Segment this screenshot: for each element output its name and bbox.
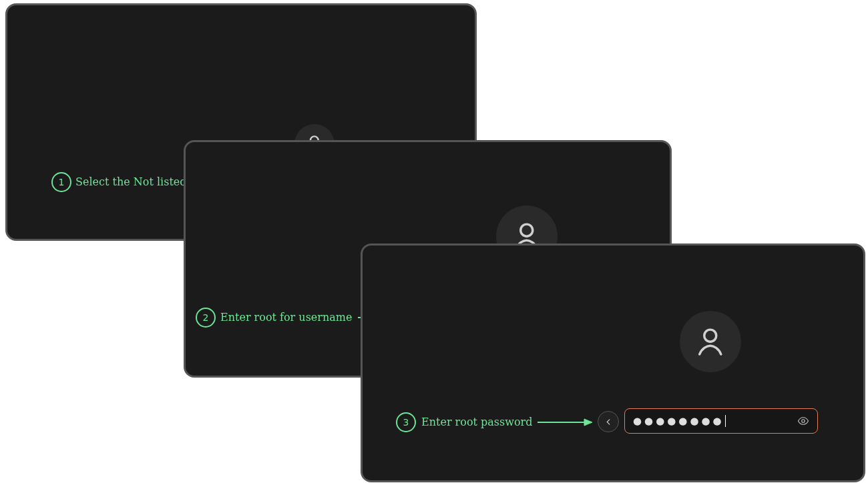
annotation-text-3: Enter root password [421,416,532,428]
login-panel-password: ●●●●●●●● 3 Enter root password [361,244,865,482]
annotation-text-2: Enter root for username [220,311,352,324]
svg-marker-9 [584,419,592,426]
reveal-password-icon[interactable] [797,415,809,427]
annotation-badge-2: 2 [196,308,216,328]
avatar [680,311,741,372]
text-caret [725,415,726,427]
annotation-arrow-3 [537,418,593,427]
svg-point-7 [802,420,805,423]
svg-point-3 [521,224,533,236]
annotation-badge-1: 1 [51,172,71,192]
annotation-badge-3: 3 [396,412,416,432]
diagram-stage: Sagar Sharma Not listed? 1 Select the No… [0,0,868,483]
password-mask: ●●●●●●●● [633,415,724,427]
password-input[interactable]: ●●●●●●●● [624,408,818,434]
svg-point-6 [704,330,716,342]
back-button[interactable] [598,411,619,432]
